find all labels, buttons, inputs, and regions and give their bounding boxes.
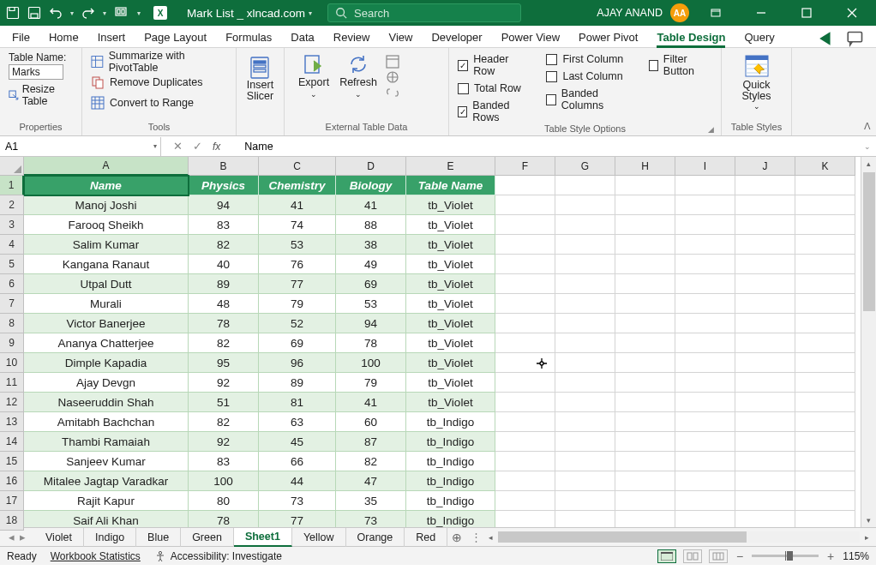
column-header[interactable]: C: [259, 157, 336, 176]
table-cell[interactable]: tb_Indigo: [406, 452, 495, 471]
table-cell[interactable]: 41: [336, 195, 406, 215]
cell[interactable]: [675, 373, 735, 393]
sheet-tab-violet[interactable]: Violet: [34, 528, 84, 547]
row-header[interactable]: 8: [0, 314, 24, 333]
table-cell[interactable]: tb_Violet: [406, 294, 495, 314]
cell[interactable]: [795, 333, 855, 353]
table-cell[interactable]: 49: [336, 255, 406, 274]
normal-view-button[interactable]: [657, 549, 676, 563]
cell[interactable]: [495, 274, 555, 294]
table-cell[interactable]: 94: [336, 314, 406, 333]
row-header[interactable]: 13: [0, 412, 24, 432]
column-header[interactable]: G: [555, 157, 615, 176]
first-column-checkbox[interactable]: First Column: [546, 53, 631, 65]
fx-icon[interactable]: fx: [213, 141, 227, 153]
table-cell[interactable]: Utpal Dutt: [24, 274, 189, 294]
table-cell[interactable]: 52: [259, 314, 336, 333]
column-header[interactable]: F: [495, 157, 555, 176]
table-cell[interactable]: tb_Violet: [406, 314, 495, 333]
table-cell[interactable]: 44: [259, 471, 336, 491]
search-box[interactable]: Search: [327, 3, 521, 22]
cell[interactable]: [675, 215, 735, 235]
table-cell[interactable]: 73: [336, 511, 406, 527]
cell[interactable]: [795, 393, 855, 412]
cell[interactable]: [735, 452, 795, 471]
cell[interactable]: [615, 333, 675, 353]
page-break-view-button[interactable]: [709, 549, 728, 563]
cell[interactable]: [555, 353, 615, 373]
table-cell[interactable]: Thambi Ramaiah: [24, 432, 189, 452]
cell[interactable]: [795, 412, 855, 432]
table-cell[interactable]: 63: [259, 412, 336, 432]
cell[interactable]: [735, 333, 795, 353]
summarize-pivot-button[interactable]: Summarize with PivotTable: [91, 51, 227, 72]
table-cell[interactable]: 69: [336, 274, 406, 294]
row-header[interactable]: 2: [0, 195, 24, 215]
cell[interactable]: [495, 491, 555, 511]
table-cell[interactable]: tb_Violet: [406, 255, 495, 274]
table-cell[interactable]: 83: [189, 215, 259, 235]
row-header[interactable]: 4: [0, 235, 24, 255]
cell[interactable]: [615, 255, 675, 274]
cell[interactable]: [675, 452, 735, 471]
table-cell[interactable]: 78: [189, 511, 259, 527]
table-cell[interactable]: 96: [259, 353, 336, 373]
tab-formulas[interactable]: Formulas: [225, 27, 272, 47]
cell[interactable]: [735, 471, 795, 491]
sheet-tab-blue[interactable]: Blue: [136, 528, 181, 547]
row-header[interactable]: 7: [0, 294, 24, 314]
cell[interactable]: [615, 235, 675, 255]
table-cell[interactable]: Dimple Kapadia: [24, 353, 189, 373]
cell[interactable]: [495, 333, 555, 353]
table-cell[interactable]: 47: [336, 471, 406, 491]
tab-page-layout[interactable]: Page Layout: [144, 27, 207, 47]
table-cell[interactable]: 88: [336, 215, 406, 235]
table-cell[interactable]: 100: [189, 471, 259, 491]
zoom-slider[interactable]: [752, 555, 819, 557]
cell[interactable]: [735, 511, 795, 527]
sheet-tab-yellow[interactable]: Yellow: [292, 528, 346, 547]
table-cell[interactable]: tb_Indigo: [406, 491, 495, 511]
cell[interactable]: [735, 373, 795, 393]
table-cell[interactable]: Manoj Joshi: [24, 195, 189, 215]
filter-button-checkbox[interactable]: Filter Button: [649, 53, 712, 77]
table-header-cell[interactable]: Biology: [336, 176, 406, 195]
table-cell[interactable]: 82: [189, 235, 259, 255]
cell[interactable]: [555, 432, 615, 452]
comments-icon[interactable]: [847, 30, 864, 47]
formula-input[interactable]: [239, 141, 859, 153]
column-header[interactable]: K: [795, 157, 855, 176]
cell[interactable]: [555, 412, 615, 432]
cell[interactable]: [555, 176, 615, 195]
table-cell[interactable]: Farooq Sheikh: [24, 215, 189, 235]
cell[interactable]: [735, 432, 795, 452]
cell[interactable]: [495, 176, 555, 195]
table-cell[interactable]: 60: [336, 412, 406, 432]
select-all-button[interactable]: [0, 157, 24, 176]
table-cell[interactable]: 79: [259, 294, 336, 314]
sheet-nav-next[interactable]: ▸: [20, 531, 26, 543]
resize-table-button[interactable]: Resize Table: [9, 83, 73, 107]
cell[interactable]: [615, 353, 675, 373]
cell[interactable]: [735, 314, 795, 333]
cell[interactable]: [615, 314, 675, 333]
cell[interactable]: [615, 215, 675, 235]
cell[interactable]: [795, 274, 855, 294]
cell[interactable]: [795, 511, 855, 527]
zoom-out-button[interactable]: −: [735, 549, 745, 563]
total-row-checkbox[interactable]: Total Row: [458, 82, 529, 94]
cell[interactable]: [555, 471, 615, 491]
cell[interactable]: [615, 471, 675, 491]
workbook-stats-button[interactable]: Workbook Statistics: [51, 550, 141, 562]
table-cell[interactable]: 94: [189, 195, 259, 215]
cell[interactable]: [555, 215, 615, 235]
cell[interactable]: [555, 255, 615, 274]
horizontal-scrollbar[interactable]: ◂▸: [485, 531, 876, 543]
zoom-level[interactable]: 115%: [843, 550, 869, 562]
table-cell[interactable]: tb_Indigo: [406, 412, 495, 432]
table-cell[interactable]: 74: [259, 215, 336, 235]
cell[interactable]: [615, 491, 675, 511]
cell[interactable]: [615, 511, 675, 527]
row-header[interactable]: 5: [0, 255, 24, 274]
cell[interactable]: [735, 353, 795, 373]
